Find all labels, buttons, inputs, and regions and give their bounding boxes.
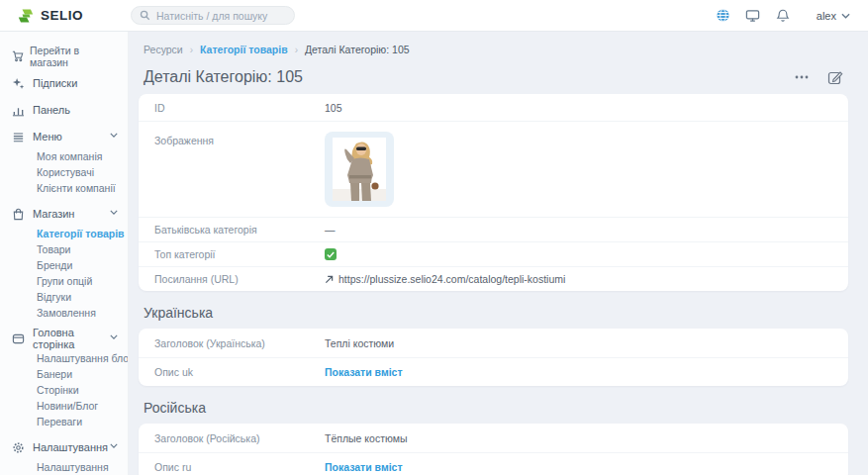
breadcrumb-resources[interactable]: Ресурси xyxy=(144,44,183,55)
edit-icon[interactable] xyxy=(826,68,844,86)
globe-icon[interactable] xyxy=(716,8,731,24)
details-card: ID 105 Зображення xyxy=(139,94,848,291)
row-label: Заголовок (Російська) xyxy=(154,432,325,444)
sidebar-item-company-clients[interactable]: Клієнти компанії xyxy=(0,180,128,196)
sidebar-item-reviews[interactable]: Відгуки xyxy=(0,289,128,305)
monitor-icon[interactable] xyxy=(745,8,761,24)
section-title-russian: Російська xyxy=(144,400,848,416)
main-content: Ресурси › Категорії товарів › Деталі Кат… xyxy=(129,32,868,475)
app-header: SELIO xyxy=(0,0,868,32)
breadcrumb-categories-link[interactable]: Категорії товарів xyxy=(200,44,288,55)
external-link-icon xyxy=(325,275,334,284)
row-value: Теплі костюми xyxy=(325,337,394,349)
sidebar-item-banners[interactable]: Банери xyxy=(0,366,128,382)
row-value: Тёплые костюмы xyxy=(325,432,408,444)
row-label: Посилання (URL) xyxy=(154,273,325,285)
sidebar-item-dashboard[interactable]: Панель xyxy=(0,98,128,122)
gear-icon xyxy=(12,441,25,454)
sidebar-item-my-company[interactable]: Моя компанія xyxy=(0,148,128,164)
top-category-checkbox[interactable] xyxy=(325,248,337,260)
category-photo xyxy=(333,138,386,201)
browser-window-icon xyxy=(12,332,25,345)
sidebar-group-store[interactable]: Магазин xyxy=(0,202,128,226)
sidebar-item-news-blog[interactable]: Новини/Блог xyxy=(0,398,128,414)
sidebar-group-menu[interactable]: Меню xyxy=(0,125,128,148)
sidebar-group-label: Магазин xyxy=(33,208,74,220)
category-url-link[interactable]: https://plussize.selio24.com/catalog/tep… xyxy=(338,273,565,285)
sidebar-item-block-settings[interactable]: Налаштування блоку xyxy=(0,350,128,366)
detail-row-url: Посилання (URL) https://plussize.selio24… xyxy=(139,266,848,291)
chevron-down-icon xyxy=(110,210,118,215)
sidebar-item-products[interactable]: Товари xyxy=(0,241,128,257)
breadcrumb: Ресурси › Категорії товарів › Деталі Кат… xyxy=(144,44,848,55)
chevron-down-icon xyxy=(841,13,850,19)
list-icon xyxy=(12,131,25,143)
sidebar-item-product-categories[interactable]: Категорії товарів xyxy=(0,226,128,241)
chevron-down-icon xyxy=(110,443,118,448)
row-label: Зображення xyxy=(154,132,325,146)
sidebar-item-orders[interactable]: Замовлення xyxy=(0,305,128,321)
search-input[interactable] xyxy=(156,10,286,22)
ukrainian-card: Заголовок (Українська) Теплі костюми Опи… xyxy=(139,329,848,386)
detail-row-image: Зображення xyxy=(139,121,848,217)
bell-icon[interactable] xyxy=(775,8,791,24)
breadcrumb-separator: › xyxy=(190,45,193,55)
sidebar-group-settings[interactable]: Налаштування xyxy=(0,435,128,459)
row-label: Топ категорії xyxy=(154,248,325,260)
sidebar-item-subscriptions[interactable]: Підписки xyxy=(0,71,128,95)
search-icon xyxy=(140,10,150,21)
row-label: Опис uk xyxy=(154,366,325,378)
sidebar-item-pages[interactable]: Сторінки xyxy=(0,382,128,398)
sidebar-item-users[interactable]: Користувачі xyxy=(0,164,128,180)
shopping-bag-icon xyxy=(12,208,25,221)
row-value: — xyxy=(325,224,336,236)
sidebar-group-home-page[interactable]: Головна сторінка xyxy=(0,327,128,350)
sparkles-icon xyxy=(12,77,25,90)
row-value: 105 xyxy=(325,102,342,114)
search-input-wrap[interactable] xyxy=(131,6,295,25)
sidebar: Перейти в магазин Підписки Панель xyxy=(0,32,129,475)
russian-card: Заголовок (Російська) Тёплые костюмы Опи… xyxy=(139,424,848,475)
sidebar-item-brands[interactable]: Бренди xyxy=(0,257,128,273)
detail-row-title-ru: Заголовок (Російська) Тёплые костюмы xyxy=(139,424,848,452)
show-content-link-uk[interactable]: Показати вміст xyxy=(325,366,403,378)
selio-logo-icon xyxy=(18,8,34,24)
bar-chart-icon xyxy=(12,104,25,117)
user-name: alex xyxy=(817,10,836,22)
sidebar-group-label: Меню xyxy=(33,131,62,142)
section-title-ukrainian: Українська xyxy=(144,305,848,321)
show-content-link-ru[interactable]: Показати вміст xyxy=(325,461,403,473)
sidebar-item-advantages[interactable]: Переваги xyxy=(0,414,128,429)
detail-row-top-category: Топ категорії xyxy=(139,241,848,266)
row-label: Опис ru xyxy=(154,461,325,473)
row-label: ID xyxy=(154,102,325,114)
detail-row-parent-category: Батьківська категорія — xyxy=(139,217,848,241)
sidebar-group-label: Налаштування xyxy=(33,441,108,453)
chevron-down-icon xyxy=(110,133,118,138)
detail-row-id: ID 105 xyxy=(139,94,848,121)
sidebar-item-label: Панель xyxy=(33,104,70,116)
more-actions-icon[interactable] xyxy=(793,68,811,86)
logo-text: SELIO xyxy=(41,8,83,23)
sidebar-group-label: Головна сторінка xyxy=(33,327,118,350)
app-logo[interactable]: SELIO xyxy=(18,8,83,24)
sidebar-item-settings[interactable]: Налаштування xyxy=(0,459,128,475)
row-label: Заголовок (Українська) xyxy=(154,337,325,349)
breadcrumb-current: Деталі Категорію: 105 xyxy=(305,44,410,55)
chevron-down-icon xyxy=(110,334,118,339)
sidebar-item-label: Перейти в магазин xyxy=(30,45,118,68)
breadcrumb-separator: › xyxy=(295,45,298,55)
row-label: Батьківська категорія xyxy=(154,224,325,236)
page-title: Деталі Категорію: 105 xyxy=(144,68,303,86)
user-menu[interactable]: alex xyxy=(817,10,850,22)
detail-row-description-ru: Опис ru Показати вміст xyxy=(139,452,848,475)
category-image-thumbnail[interactable] xyxy=(325,132,394,207)
sidebar-item-label: Підписки xyxy=(33,77,77,89)
sidebar-item-option-groups[interactable]: Групи опцій xyxy=(0,273,128,289)
cart-icon xyxy=(12,50,24,62)
detail-row-title-uk: Заголовок (Українська) Теплі костюми xyxy=(139,329,848,357)
detail-row-description-uk: Опис uk Показати вміст xyxy=(139,357,848,386)
sidebar-item-go-to-store[interactable]: Перейти в магазин xyxy=(0,45,128,68)
